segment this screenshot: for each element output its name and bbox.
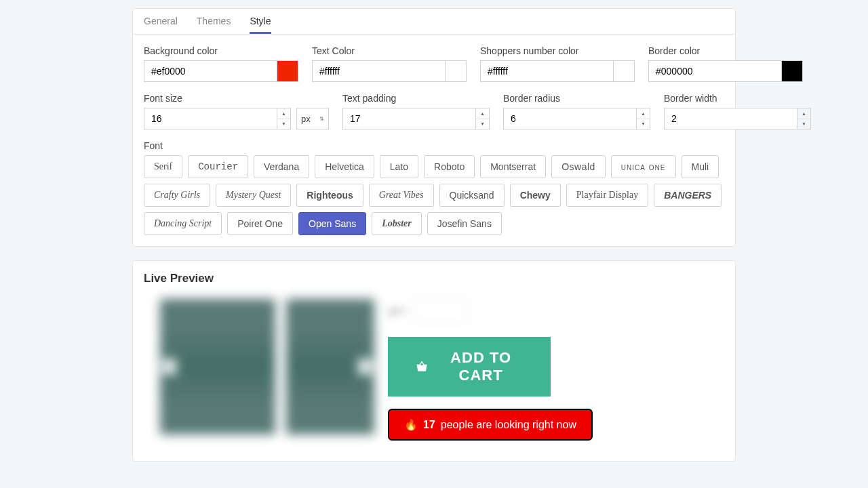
qty-label: QTY [388, 306, 406, 317]
product-images [160, 299, 374, 434]
product-image-main [160, 299, 275, 434]
live-preview-title: Live Preview [133, 261, 735, 291]
label-border-color: Border color [648, 45, 803, 56]
qty-input[interactable] [413, 299, 467, 323]
font-option-quicksand[interactable]: Quicksand [439, 184, 505, 207]
font-option-muli[interactable]: Muli [682, 155, 719, 178]
font-option-lobster[interactable]: Lobster [372, 212, 422, 235]
input-shoppers-color[interactable] [480, 60, 613, 82]
label-border-radius: Border radius [503, 93, 650, 104]
bwidth-down[interactable]: ▼ [797, 119, 810, 129]
shoppers-count: 17 [423, 419, 435, 431]
input-bg-color[interactable] [144, 60, 277, 82]
font-option-poiret-one[interactable]: Poiret One [227, 212, 293, 235]
font-option-josefin-sans[interactable]: Josefin Sans [427, 212, 502, 235]
padding-down[interactable]: ▼ [476, 119, 489, 129]
prev-image-icon[interactable] [163, 359, 176, 375]
label-shoppers-color: Shoppers number color [480, 45, 635, 56]
font-option-chewy[interactable]: Chewy [510, 184, 561, 207]
font-option-dancing-script[interactable]: Dancing Script [144, 212, 222, 235]
svg-point-0 [420, 363, 422, 365]
swatch-bg-color[interactable] [277, 60, 298, 82]
font-option-lato[interactable]: Lato [380, 155, 418, 178]
shoppers-text: people are looking right now [441, 419, 576, 431]
font-option-montserrat[interactable]: Montserrat [480, 155, 546, 178]
swatch-shoppers-color[interactable] [613, 60, 635, 82]
basket-icon [415, 358, 429, 375]
font-size-unit[interactable]: px⇅ [296, 108, 329, 129]
font-option-serif[interactable]: Serif [144, 155, 182, 178]
font-option-mystery-quest[interactable]: Mystery Quest [216, 184, 291, 207]
input-text-color[interactable] [312, 60, 445, 82]
product-image-secondary [286, 299, 374, 434]
font-option-unica-one[interactable]: unica one [611, 155, 676, 178]
input-border-color[interactable] [648, 60, 781, 82]
font-size-down[interactable]: ▼ [277, 119, 290, 129]
swatch-text-color[interactable] [445, 60, 467, 82]
swatch-border-color[interactable] [781, 60, 803, 82]
font-option-open-sans[interactable]: Open Sans [298, 212, 366, 235]
input-font-size[interactable] [144, 108, 277, 129]
input-border-radius[interactable] [503, 108, 637, 129]
label-font: Font [144, 140, 724, 151]
font-option-verdana[interactable]: Verdana [254, 155, 309, 178]
input-border-width[interactable] [664, 108, 797, 129]
font-option-great-vibes[interactable]: Great Vibes [369, 184, 434, 207]
tab-general[interactable]: General [144, 9, 178, 34]
radius-up[interactable]: ▲ [637, 108, 650, 119]
font-option-oswald[interactable]: Oswald [551, 155, 606, 178]
tab-style[interactable]: Style [250, 9, 271, 34]
padding-up[interactable]: ▲ [476, 108, 489, 119]
font-option-helvetica[interactable]: Helvetica [315, 155, 374, 178]
bwidth-up[interactable]: ▲ [797, 108, 810, 119]
label-bg-color: Background color [144, 45, 298, 56]
font-option-righteous[interactable]: Righteous [296, 184, 363, 207]
next-image-icon[interactable] [358, 359, 372, 375]
font-picker: SerifCourierVerdanaHelveticaLatoRobotoMo… [144, 155, 724, 235]
font-option-courier[interactable]: Courier [188, 155, 248, 178]
style-panel-card: General Themes Style Background color Te… [132, 8, 736, 247]
font-size-up[interactable]: ▲ [277, 108, 290, 119]
tabs: General Themes Style [133, 9, 735, 35]
tab-themes[interactable]: Themes [197, 9, 231, 34]
label-font-size: Font size [144, 93, 329, 104]
fire-icon: 🔥 [404, 418, 418, 431]
font-option-crafty-girls[interactable]: Crafty Girls [144, 184, 210, 207]
label-text-padding: Text padding [342, 93, 490, 104]
radius-down[interactable]: ▼ [637, 119, 650, 129]
label-text-color: Text Color [312, 45, 467, 56]
font-option-playfair-display[interactable]: Playfair Display [566, 184, 648, 207]
font-option-bangers[interactable]: BANGERS [654, 184, 722, 207]
add-to-cart-button[interactable]: ADD TO CART [388, 337, 551, 396]
shoppers-notice: 🔥 17 people are looking right now [388, 409, 593, 441]
chevron-updown-icon: ⇅ [319, 116, 324, 122]
font-option-roboto[interactable]: Roboto [424, 155, 475, 178]
live-preview-card: Live Preview QTY ADD TO CART 🔥 17 peop [132, 260, 736, 462]
input-text-padding[interactable] [342, 108, 476, 129]
label-border-width: Border width [664, 93, 811, 104]
